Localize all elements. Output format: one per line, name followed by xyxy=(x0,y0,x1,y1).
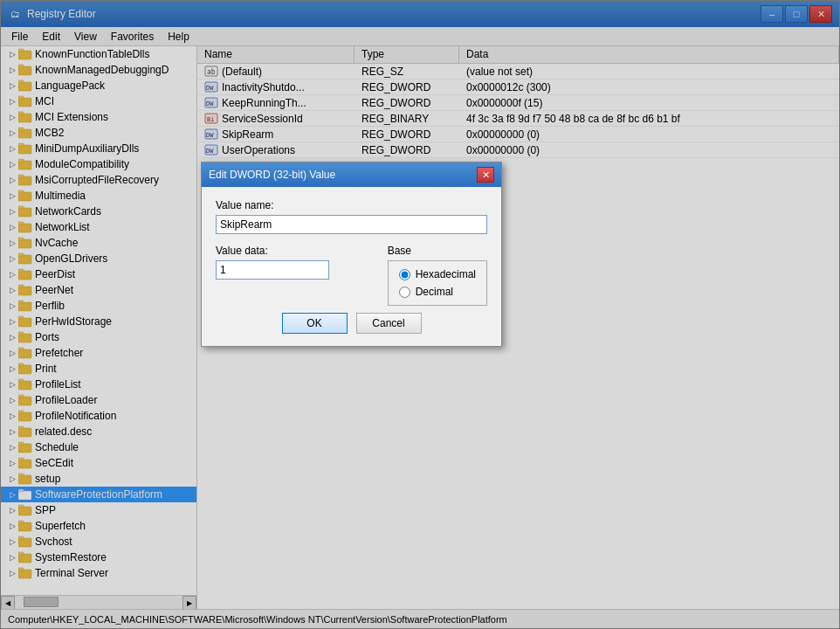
ok-button[interactable]: OK xyxy=(282,313,348,334)
dialog-buttons: OK Cancel xyxy=(216,306,487,337)
value-name-input[interactable] xyxy=(216,215,487,234)
base-options: Hexadecimal Decimal xyxy=(388,260,487,306)
dialog-close-button[interactable]: ✕ xyxy=(477,167,494,183)
dialog-title: Edit DWORD (32-bit) Value xyxy=(209,169,335,181)
modal-overlay: Edit DWORD (32-bit) Value ✕ Value name: … xyxy=(0,0,840,629)
value-data-section: Value data: xyxy=(216,245,377,306)
value-data-label: Value data: xyxy=(216,245,377,257)
dialog-title-bar: Edit DWORD (32-bit) Value ✕ xyxy=(202,162,501,187)
base-section: Base Hexadecimal Decimal xyxy=(388,245,487,306)
dialog-content: Value name: Value data: Base Hexadecimal xyxy=(202,187,501,346)
base-label: Base xyxy=(388,245,487,257)
value-name-label: Value name: xyxy=(216,199,487,211)
cancel-button[interactable]: Cancel xyxy=(356,313,422,334)
hexadecimal-option[interactable]: Hexadecimal xyxy=(399,268,476,280)
value-data-input[interactable] xyxy=(216,260,329,280)
dec-label: Decimal xyxy=(416,286,453,298)
edit-dword-dialog: Edit DWORD (32-bit) Value ✕ Value name: … xyxy=(201,162,502,347)
hex-label: Hexadecimal xyxy=(416,268,476,280)
dec-radio[interactable] xyxy=(399,287,410,298)
hex-radio[interactable] xyxy=(399,269,410,280)
decimal-option[interactable]: Decimal xyxy=(399,286,476,298)
